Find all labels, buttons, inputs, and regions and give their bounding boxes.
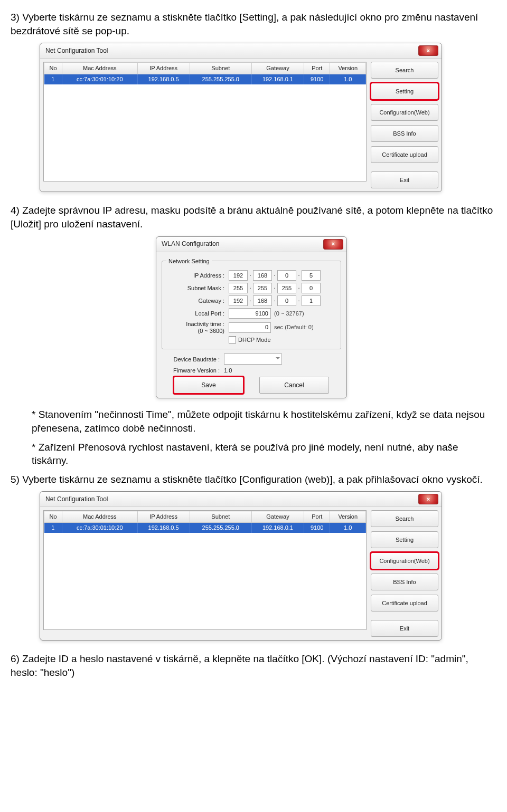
search-button[interactable]: Search: [371, 62, 438, 79]
inactivity-label-main: Inactivity time :: [186, 321, 224, 327]
printer-table[interactable]: No Mac Address IP Address Subnet Gateway…: [43, 62, 367, 181]
step-6-text: 6) Zadejte ID a heslo nastavené v tiskár…: [11, 652, 496, 679]
ip-seg[interactable]: 255: [277, 283, 296, 293]
gateway-input[interactable]: 192. 168. 0. 1: [229, 295, 321, 306]
ip-seg[interactable]: 168: [253, 270, 272, 281]
inactivity-hint: sec (Default: 0): [274, 323, 314, 331]
cell-port: 9100: [304, 523, 330, 533]
col-version[interactable]: Version: [330, 511, 366, 523]
window-title: Net Configuration Tool: [45, 46, 418, 55]
step-5-content: 5) Vyberte tiskárnu ze seznamu a stiskně…: [11, 474, 483, 485]
note-inactivity-text: * Stanovením "nečinnosti Time", můžete o…: [32, 409, 485, 434]
ip-address-input[interactable]: 192. 168. 0. 5: [229, 270, 321, 281]
ip-seg[interactable]: 0: [277, 295, 296, 306]
subnet-mask-input[interactable]: 255. 255. 255. 0: [229, 283, 321, 293]
col-port[interactable]: Port: [304, 63, 330, 74]
cell-no: 1: [44, 523, 62, 533]
col-no[interactable]: No: [44, 63, 62, 74]
col-gateway[interactable]: Gateway: [251, 511, 304, 523]
cell-version: 1.0: [330, 523, 366, 533]
step-6-content: 6) Zadejte ID a heslo nastavené v tiskár…: [11, 653, 468, 678]
ip-seg[interactable]: 168: [253, 295, 272, 306]
gateway-label: Gateway :: [166, 297, 224, 305]
titlebar: Net Configuration Tool ×: [40, 492, 442, 507]
side-button-panel: Search Setting Configuration(Web) BSS In…: [371, 62, 438, 188]
setting-button[interactable]: Setting: [371, 531, 438, 548]
device-baudrate-select[interactable]: [224, 354, 282, 365]
step-3-text: 3) Vyberte tiskárnu ze seznamu a stiskně…: [11, 11, 496, 37]
note-baudrate: * Zařízení Přenosová rychlost nastavení,…: [11, 441, 496, 467]
close-icon[interactable]: ×: [418, 45, 438, 56]
col-mac[interactable]: Mac Address: [62, 63, 137, 74]
col-no[interactable]: No: [44, 511, 62, 523]
group-legend: Network Setting: [166, 257, 212, 265]
ip-seg[interactable]: 192: [229, 295, 248, 306]
window-title: Net Configuration Tool: [45, 495, 418, 503]
ip-seg[interactable]: 5: [302, 270, 321, 281]
col-gateway[interactable]: Gateway: [251, 63, 304, 74]
search-button[interactable]: Search: [371, 510, 438, 527]
col-ip[interactable]: IP Address: [137, 511, 190, 523]
cell-ip: 192.168.0.5: [137, 74, 190, 84]
window-title: WLAN Configuration: [162, 240, 323, 248]
col-ip[interactable]: IP Address: [137, 63, 190, 74]
ip-seg[interactable]: 1: [302, 295, 321, 306]
certificate-upload-button[interactable]: Certificate upload: [371, 595, 438, 612]
inactivity-label-sub: (0 ~ 3600): [198, 328, 224, 334]
setting-button[interactable]: Setting: [371, 83, 438, 100]
close-icon[interactable]: ×: [418, 494, 438, 504]
save-button[interactable]: Save: [174, 377, 243, 394]
bss-info-button[interactable]: BSS Info: [371, 574, 438, 590]
side-button-panel: Search Setting Configuration(Web) BSS In…: [371, 510, 438, 637]
table-row[interactable]: 1 cc:7a:30:01:10:20 192.168.0.5 255.255.…: [44, 523, 366, 533]
ip-seg[interactable]: 0: [302, 283, 321, 293]
firmware-version-label: Fimware Version :: [162, 367, 220, 375]
step-3-content: 3) Vyberte tiskárnu ze seznamu a stiskně…: [11, 12, 478, 36]
configuration-web-button[interactable]: Configuration(Web): [371, 104, 438, 121]
titlebar: WLAN Configuration ×: [156, 237, 346, 252]
exit-button[interactable]: Exit: [371, 171, 438, 188]
firmware-version-value: 1.0: [224, 367, 232, 375]
close-icon[interactable]: ×: [323, 239, 343, 250]
ip-address-label: IP Address :: [166, 272, 224, 280]
col-version[interactable]: Version: [330, 63, 366, 74]
cell-subnet: 255.255.255.0: [190, 523, 251, 533]
cell-gateway: 192.168.0.1: [251, 523, 304, 533]
ip-seg[interactable]: 255: [253, 283, 272, 293]
table-row[interactable]: 1 cc:7a:30:01:10:20 192.168.0.5 255.255.…: [44, 74, 366, 84]
cell-no: 1: [44, 74, 62, 84]
col-subnet[interactable]: Subnet: [190, 511, 251, 523]
exit-button[interactable]: Exit: [371, 620, 438, 637]
ip-seg[interactable]: 0: [277, 270, 296, 281]
note-baudrate-text: * Zařízení Přenosová rychlost nastavení,…: [32, 442, 458, 466]
net-config-tool-window-1: Net Configuration Tool × No Mac Address …: [40, 43, 442, 192]
configuration-web-button[interactable]: Configuration(Web): [371, 552, 438, 569]
printer-table[interactable]: No Mac Address IP Address Subnet Gateway…: [43, 510, 367, 630]
ip-seg[interactable]: 255: [229, 283, 248, 293]
dhcp-mode-label: DHCP Mode: [238, 336, 271, 344]
note-inactivity: * Stanovením "nečinnosti Time", můžete o…: [11, 408, 496, 435]
dhcp-mode-checkbox[interactable]: DHCP Mode: [229, 336, 336, 344]
certificate-upload-button[interactable]: Certificate upload: [371, 146, 438, 163]
inactivity-input[interactable]: 0: [229, 322, 271, 333]
inactivity-label: Inactivity time : (0 ~ 3600): [166, 321, 224, 333]
cancel-button[interactable]: Cancel: [259, 377, 329, 394]
local-port-label: Local Port :: [166, 310, 224, 318]
cell-mac: cc:7a:30:01:10:20: [62, 74, 137, 84]
device-baudrate-label: Device Baudrate :: [162, 356, 220, 364]
ip-seg[interactable]: 192: [229, 270, 248, 281]
subnet-mask-label: Subnet Mask :: [166, 284, 224, 292]
cell-gateway: 192.168.0.1: [251, 74, 304, 84]
cell-mac: cc:7a:30:01:10:20: [62, 523, 137, 533]
col-port[interactable]: Port: [304, 511, 330, 523]
local-port-input[interactable]: 9100: [229, 308, 271, 319]
step-4-content: 4) Zadejte správnou IP adresu, masku pod…: [11, 205, 493, 230]
cell-ip: 192.168.0.5: [137, 523, 190, 533]
col-mac[interactable]: Mac Address: [62, 511, 137, 523]
bss-info-button[interactable]: BSS Info: [371, 125, 438, 142]
titlebar: Net Configuration Tool ×: [40, 43, 442, 59]
col-subnet[interactable]: Subnet: [190, 63, 251, 74]
checkbox-icon[interactable]: [229, 336, 236, 343]
network-setting-group: Network Setting IP Address : 192. 168. 0…: [162, 257, 341, 350]
local-port-hint: (0 ~ 32767): [274, 310, 304, 318]
